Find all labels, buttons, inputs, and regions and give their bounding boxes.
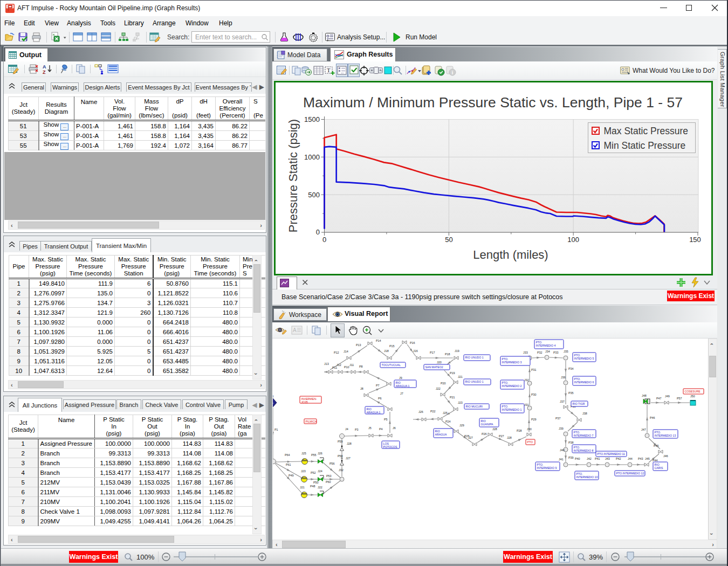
svg-text:INTERMEDIO 3: INTERMEDIO 3 [502, 361, 522, 364]
svg-text:INTERMEDIO 13: INTERMEDIO 13 [655, 434, 676, 437]
svg-text:J25: J25 [301, 452, 306, 455]
svg-text:J7: J7 [400, 392, 403, 395]
svg-text:J36: J36 [561, 376, 566, 379]
svg-text:P53: P53 [326, 474, 332, 478]
svg-text:COSESURE: COSESURE [685, 390, 701, 393]
svg-text:J46: J46 [663, 454, 668, 458]
svg-text:PTO.: PTO. [655, 431, 661, 434]
svg-text:INTERMEDIO 9: INTERMEDIO 9 [537, 466, 557, 470]
svg-text:Min Static Pressure: Min Static Pressure [604, 140, 686, 151]
svg-text:RIO MUCURI: RIO MUCURI [466, 405, 483, 408]
svg-text:GUANIPA: GUANIPA [481, 423, 494, 426]
svg-text:SAN MATEO2: SAN MATEO2 [425, 365, 443, 369]
svg-text:Pressure Static (psig): Pressure Static (psig) [286, 119, 300, 232]
svg-text:PTO.: PTO. [502, 381, 509, 384]
svg-text:J16: J16 [413, 349, 418, 353]
svg-text:LOS: LOS [383, 442, 389, 445]
svg-text:i: i [452, 70, 454, 75]
svg-text:P37: P37 [555, 417, 561, 420]
svg-text:P31: P31 [531, 368, 537, 371]
svg-text:J43: J43 [605, 457, 610, 460]
svg-text:P32: P32 [537, 351, 542, 354]
svg-text:J11: J11 [349, 363, 354, 367]
svg-text:P10: P10 [344, 365, 349, 369]
svg-text:J1: J1 [273, 395, 274, 398]
svg-text:P42: P42 [616, 457, 621, 460]
svg-text:Length (miles): Length (miles) [473, 248, 548, 261]
svg-text:J34: J34 [545, 350, 550, 353]
svg-text:J47: J47 [641, 428, 646, 431]
svg-text:J42: J42 [587, 457, 592, 460]
svg-text:P28: P28 [517, 429, 522, 432]
svg-text:PTO.: PTO. [502, 357, 509, 361]
svg-text:P17: P17 [430, 351, 435, 354]
svg-text:RIO: RIO [655, 463, 660, 466]
svg-text:PTO: PTO [527, 440, 533, 444]
svg-text:Z: Z [43, 70, 46, 74]
svg-text:PTO.: PTO. [574, 377, 581, 381]
svg-text:P24: P24 [445, 420, 451, 423]
svg-text:J13: J13 [324, 362, 329, 365]
svg-text:P11: P11 [332, 366, 337, 369]
svg-text:J38: J38 [582, 412, 587, 415]
svg-text:J49: J49 [665, 395, 670, 398]
svg-text:J30: J30 [527, 427, 532, 431]
svg-text:P21: P21 [450, 396, 455, 399]
svg-text:J8: J8 [360, 387, 363, 390]
svg-text:P45: P45 [654, 444, 659, 447]
svg-text:P52: P52 [311, 471, 316, 474]
svg-text:J18: J18 [384, 349, 389, 353]
svg-text:INTERMEDIO 8: INTERMEDIO 8 [574, 449, 594, 452]
svg-text:P38: P38 [568, 441, 574, 444]
svg-text:PTO.INTERMEDIO 11: PTO.INTERMEDIO 11 [597, 452, 626, 455]
svg-text:J6: J6 [393, 426, 396, 430]
svg-text:J21: J21 [458, 375, 463, 378]
svg-text:J45: J45 [645, 457, 650, 460]
svg-text:PTO.: PTO. [574, 446, 580, 449]
svg-text:J5: J5 [368, 426, 372, 430]
svg-text:RIO: RIO [481, 419, 486, 423]
svg-text:POTOCOS: POTOCOS [383, 445, 397, 448]
svg-text:PTO.: PTO. [502, 405, 509, 408]
svg-text:0: 0 [316, 228, 320, 236]
svg-text:CARIS: CARIS [655, 466, 663, 470]
svg-text:J27: J27 [468, 436, 473, 439]
svg-text:A: A [293, 327, 297, 333]
svg-text:J28: J28 [347, 442, 352, 445]
svg-text:P41: P41 [595, 457, 600, 460]
svg-text:P4: P4 [379, 427, 383, 431]
svg-text:P12: P12 [334, 351, 339, 354]
svg-text:P30: P30 [531, 393, 537, 396]
svg-text:P19: P19 [450, 371, 455, 375]
svg-text:INTERMEDIO 10: INTERMEDIO 10 [576, 475, 598, 479]
svg-text:P15: P15 [389, 344, 395, 348]
svg-text:P47: P47 [656, 397, 662, 400]
svg-text:P16: P16 [410, 341, 415, 344]
svg-text:P7: P7 [376, 384, 380, 387]
svg-text:J48: J48 [642, 394, 647, 397]
svg-text:PTO.INTERMEDIO 12: PTO.INTERMEDIO 12 [616, 472, 644, 475]
svg-text:Max Static Pressure: Max Static Pressure [604, 126, 689, 136]
svg-text:P13: P13 [356, 343, 361, 347]
svg-text:J37: J37 [560, 400, 565, 403]
svg-text:P8: P8 [359, 365, 363, 368]
svg-text:TOCUTUCUAL: TOCUTUCUAL [382, 363, 401, 367]
svg-text:RIO: RIO [435, 430, 440, 433]
svg-text:INTERMEDIO 6: INTERMEDIO 6 [574, 381, 594, 384]
svg-text:A: A [43, 64, 46, 70]
svg-text:P55: P55 [311, 453, 317, 457]
svg-text:J9: J9 [399, 376, 402, 379]
svg-text:INTERMEDIO 7: INTERMEDIO 7 [574, 434, 594, 437]
svg-text:1500: 1500 [304, 115, 320, 123]
svg-text:J28: J28 [507, 436, 512, 439]
svg-text:J31: J31 [524, 403, 529, 406]
svg-text:INVERMEN-: INVERMEN- [301, 397, 317, 401]
svg-text:P46: P46 [650, 416, 655, 419]
svg-text:J27: J27 [346, 457, 351, 460]
svg-text:P57: P57 [677, 397, 682, 400]
svg-text:P33: P33 [553, 351, 559, 354]
svg-text:RIO UNUDO 1: RIO UNUDO 1 [465, 380, 484, 383]
svg-text:J32: J32 [339, 468, 344, 472]
svg-text:ARAGUA: ARAGUA [435, 433, 447, 436]
svg-text:J41: J41 [559, 458, 564, 461]
